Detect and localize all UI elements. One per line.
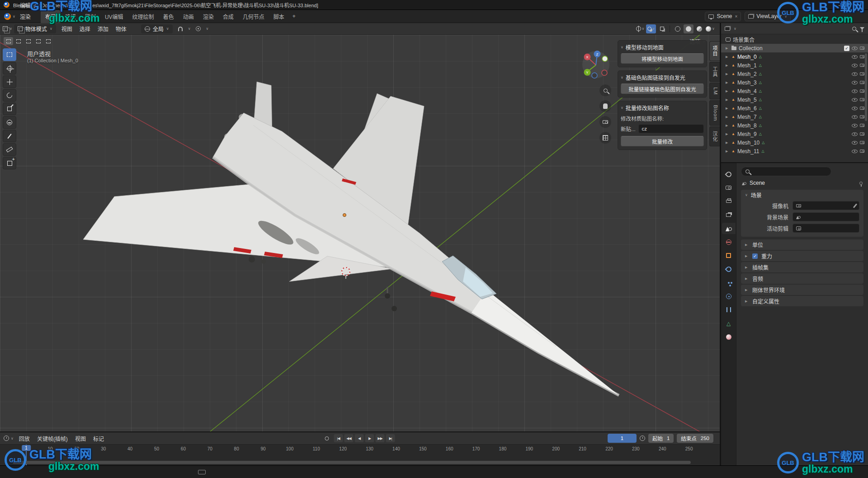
camera-view-button[interactable] — [599, 116, 611, 128]
measure-tool[interactable] — [3, 143, 16, 156]
expand-arrow-icon[interactable]: ▶ — [726, 64, 729, 67]
properties-tab-world[interactable] — [722, 236, 736, 248]
auto-keying-button[interactable] — [325, 436, 329, 441]
properties-tab-object[interactable] — [722, 250, 736, 261]
move-tool[interactable] — [3, 75, 16, 88]
prev-keyframe-button[interactable]: ◀◀ — [344, 434, 354, 442]
outliner-mesh-row[interactable]: ▶ ▲ Mesh_8 △ — [721, 121, 868, 130]
play-button[interactable]: ▶ — [365, 434, 374, 442]
workspace-tab[interactable]: 脚本 — [269, 10, 289, 23]
camera-field[interactable] — [793, 201, 859, 210]
hide-viewport-icon[interactable] — [852, 124, 858, 127]
hide-viewport-icon[interactable] — [852, 72, 858, 76]
expand-arrow-icon[interactable]: ▶ — [726, 72, 729, 76]
expand-arrow-icon[interactable]: ▶ — [726, 132, 729, 136]
viewport-menu-item[interactable]: 物体 — [112, 23, 130, 34]
disable-render-icon[interactable] — [860, 89, 864, 93]
outliner-editor-icon[interactable] — [725, 27, 730, 31]
disable-render-icon[interactable] — [860, 72, 864, 75]
section-header[interactable]: ∨ 场景 — [741, 190, 863, 200]
batch-rename-button[interactable]: 批量修改 — [621, 136, 704, 146]
viewlayer-selector[interactable]: ViewLayer ∨ — [745, 12, 791, 21]
hide-viewport-icon[interactable] — [852, 55, 858, 59]
fighter-jet-model[interactable] — [83, 82, 619, 395]
transform-orientation-select[interactable]: 全局 ∨ — [141, 24, 173, 33]
disable-render-icon[interactable] — [860, 55, 864, 58]
outliner-mesh-row[interactable]: ▶ ▲ Mesh_0 △ — [721, 52, 868, 61]
properties-search-input[interactable] — [741, 167, 831, 176]
search-icon[interactable] — [852, 27, 856, 31]
disable-render-icon[interactable] — [860, 47, 864, 50]
snap-toggle[interactable] — [175, 24, 185, 33]
sidebar-tab[interactable]: 项目 — [709, 41, 720, 61]
scene-selector[interactable]: Scene × — [705, 12, 741, 21]
gravity-checkbox[interactable]: ✓ — [752, 253, 758, 259]
rotate-tool[interactable] — [3, 89, 16, 102]
select-mode-new[interactable] — [4, 37, 13, 45]
outliner-mesh-row[interactable]: ▶ ▲ Mesh_2 △ — [721, 70, 868, 78]
properties-tab-scene[interactable] — [722, 223, 736, 234]
properties-tab-object-data[interactable]: △ — [722, 318, 736, 329]
scale-tool[interactable] — [3, 103, 16, 115]
expand-arrow-icon[interactable]: ▶ — [726, 81, 729, 84]
disable-render-icon[interactable] — [860, 81, 864, 84]
jump-to-start-button[interactable]: |◀ — [334, 434, 343, 442]
section-collapsed[interactable]: ▶ 刚体世界环境 — [741, 285, 863, 295]
select-mode-subtract[interactable] — [24, 37, 33, 45]
viewport-menu-item[interactable]: 选择 — [76, 23, 94, 34]
editor-type-icon[interactable] — [3, 26, 8, 31]
hide-viewport-icon[interactable] — [852, 47, 858, 50]
section-gravity[interactable]: ▶ ✓ 重力 — [741, 251, 863, 261]
outliner-mesh-row[interactable]: ▶ ▲ Mesh_6 △ — [721, 104, 868, 112]
maximize-button[interactable]: □ — [849, 2, 852, 8]
properties-tab-output[interactable] — [722, 196, 736, 207]
playhead-frame-badge[interactable]: 1 — [22, 445, 31, 451]
hide-viewport-icon[interactable] — [852, 115, 858, 119]
properties-tab-material[interactable] — [722, 331, 736, 342]
disable-render-icon[interactable] — [860, 98, 864, 101]
cursor-tool[interactable] — [3, 62, 16, 75]
hide-viewport-icon[interactable] — [852, 64, 858, 67]
properties-tab-view-layer[interactable] — [722, 209, 736, 220]
outliner-mesh-row[interactable]: ▶ ▲ Mesh_9 △ — [721, 130, 868, 138]
move-to-ground-button[interactable]: 将模型移动到地面 — [621, 53, 704, 64]
outliner-mesh-row[interactable]: ▶ ▲ Mesh_10 △ — [721, 138, 868, 147]
timeline-menu-item[interactable]: 关键帧(插帧) — [33, 433, 71, 444]
outliner-mesh-row[interactable]: ▶ ▲ Mesh_3 △ — [721, 78, 868, 87]
properties-tab-constraints[interactable] — [722, 304, 736, 315]
outliner-scrollbar[interactable] — [865, 53, 867, 121]
frame-start-field[interactable]: 起始 1 — [648, 434, 674, 443]
workspace-tab[interactable]: 着色 — [159, 10, 179, 23]
minimize-button[interactable]: – — [839, 2, 841, 8]
collection-row[interactable]: ▶ Collection ✓ — [721, 44, 868, 52]
toggle-perspective-button[interactable] — [599, 132, 611, 144]
outliner-mesh-row[interactable]: ▶ ▲ Mesh_4 △ — [721, 87, 868, 95]
add-cube-tool[interactable] — [3, 157, 16, 169]
hide-viewport-icon[interactable] — [852, 150, 858, 153]
hide-viewport-icon[interactable] — [852, 141, 858, 145]
expand-arrow-icon[interactable]: ▶ — [726, 55, 729, 59]
topbar-menu-item[interactable]: 渲染 — [16, 11, 35, 22]
shading-solid-button[interactable] — [684, 24, 693, 33]
current-frame-field[interactable]: 1 — [608, 434, 637, 443]
annotate-tool[interactable] — [3, 130, 16, 142]
expand-arrow-icon[interactable]: ▶ — [726, 115, 729, 119]
timeline-menu-item[interactable]: 回放 — [15, 433, 33, 444]
timeline-scrollbar[interactable] — [13, 461, 691, 464]
frame-end-field[interactable]: 结束点 250 — [677, 434, 713, 443]
viewport-menu-item[interactable]: 视图 — [58, 23, 76, 34]
hide-viewport-icon[interactable] — [852, 132, 858, 136]
properties-tab-modifiers[interactable] — [722, 263, 736, 275]
new-texture-name-input[interactable]: cz — [638, 124, 704, 133]
section-collapsed[interactable]: ▶ 插帧集 — [741, 262, 863, 272]
properties-tab-render[interactable] — [722, 182, 736, 193]
sidebar-tab[interactable]: Bloom — [709, 100, 720, 126]
transform-tool[interactable] — [3, 116, 16, 129]
unlink-scene-icon[interactable]: × — [735, 14, 737, 19]
viewport-menu-item[interactable]: 添加 — [94, 23, 112, 34]
select-mode-extend[interactable] — [14, 37, 23, 45]
select-mode-invert[interactable] — [33, 37, 43, 45]
filter-icon[interactable] — [860, 27, 864, 30]
zoom-button[interactable] — [599, 84, 611, 96]
section-collapsed[interactable]: ▶ 音频 — [741, 273, 863, 284]
